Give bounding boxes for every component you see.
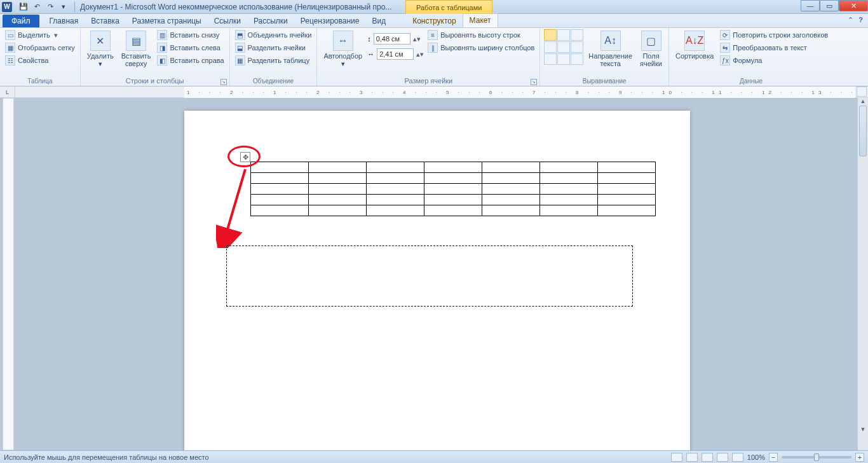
- align-top-left[interactable]: [544, 29, 557, 41]
- document-table[interactable]: [250, 162, 656, 216]
- table-cell[interactable]: [598, 184, 656, 195]
- table-cell[interactable]: [309, 173, 367, 184]
- cell-margins-button[interactable]: ▢ Поля ячейки: [637, 29, 665, 69]
- table-cell[interactable]: [540, 173, 598, 184]
- maximize-button[interactable]: ▭: [820, 0, 839, 11]
- repeat-header-button[interactable]: ⟳Повторить строки заголовков: [719, 29, 829, 41]
- close-button[interactable]: ✕: [839, 0, 868, 11]
- file-tab[interactable]: Файл: [3, 15, 39, 27]
- zoom-slider[interactable]: [782, 456, 851, 459]
- scroll-down-icon[interactable]: ▼: [858, 426, 868, 435]
- table-cell[interactable]: [309, 184, 367, 195]
- split-cells-button[interactable]: ⬓Разделить ячейки: [234, 42, 313, 53]
- table-cell[interactable]: [424, 162, 482, 173]
- table-cell[interactable]: [367, 195, 424, 205]
- document-page[interactable]: ✥: [184, 111, 690, 450]
- delete-button[interactable]: ✕ Удалить▾: [85, 29, 116, 69]
- insert-above-button[interactable]: ▤ Вставить сверху: [119, 29, 154, 69]
- redo-icon[interactable]: ↷: [44, 1, 56, 13]
- tab-home[interactable]: Главная: [43, 15, 85, 27]
- help-icon[interactable]: ?: [858, 16, 863, 24]
- tab-insert[interactable]: Вставка: [85, 15, 126, 27]
- zoom-slider-knob[interactable]: [814, 453, 819, 461]
- undo-icon[interactable]: ↶: [31, 1, 43, 13]
- convert-to-text-button[interactable]: ⇆Преобразовать в текст: [719, 42, 829, 53]
- formula-button[interactable]: ƒxФормула: [719, 55, 829, 66]
- table-cell[interactable]: [482, 205, 540, 216]
- align-bot-center[interactable]: [557, 53, 570, 65]
- save-icon[interactable]: 💾: [18, 1, 29, 13]
- table-cell[interactable]: [251, 184, 309, 195]
- table-cell[interactable]: [540, 162, 598, 173]
- table-cell[interactable]: [598, 195, 656, 205]
- vertical-scrollbar[interactable]: ▲ ▼: [857, 98, 868, 450]
- align-bot-right[interactable]: [571, 53, 583, 65]
- insert-below-button[interactable]: ▥Вставить снизу: [156, 29, 225, 41]
- view-draft-icon[interactable]: [732, 453, 743, 462]
- table-cell[interactable]: [598, 173, 656, 184]
- zoom-percent[interactable]: 100%: [747, 453, 765, 461]
- autofit-button[interactable]: ↔ Автоподбор▾: [321, 29, 365, 69]
- distribute-rows-button[interactable]: ≡Выровнять высоту строк: [426, 29, 536, 41]
- minimize-ribbon-icon[interactable]: ⌃: [848, 16, 853, 24]
- table-cell[interactable]: [540, 195, 598, 205]
- view-outline-icon[interactable]: [717, 453, 728, 462]
- tab-page-layout[interactable]: Разметка страницы: [126, 15, 208, 27]
- text-direction-button[interactable]: A↕ Направление текста: [586, 29, 635, 69]
- zoom-out-button[interactable]: −: [769, 453, 778, 462]
- zoom-in-button[interactable]: +: [855, 453, 864, 462]
- properties-button[interactable]: ☷Свойства: [4, 55, 76, 66]
- table-cell[interactable]: [367, 205, 424, 216]
- view-gridlines-button[interactable]: ▦Отобразить сетку: [4, 42, 76, 53]
- table-cell[interactable]: [251, 195, 309, 205]
- tab-view[interactable]: Вид: [365, 15, 392, 27]
- table-cell[interactable]: [540, 205, 598, 216]
- distribute-cols-button[interactable]: ∥Выровнять ширину столбцов: [426, 42, 536, 53]
- table-cell[interactable]: [251, 162, 309, 173]
- dialog-launcher-icon[interactable]: ↘: [220, 79, 227, 85]
- table-cell[interactable]: [367, 162, 424, 173]
- minimize-button[interactable]: —: [801, 0, 820, 11]
- align-top-center[interactable]: [557, 29, 570, 41]
- tab-layout[interactable]: Макет: [463, 13, 498, 27]
- tab-references[interactable]: Ссылки: [208, 15, 247, 27]
- table-cell[interactable]: [251, 173, 309, 184]
- row-height-input[interactable]: [374, 33, 410, 45]
- align-top-right[interactable]: [571, 29, 583, 41]
- align-mid-left[interactable]: [544, 41, 557, 53]
- table-cell[interactable]: [424, 205, 482, 216]
- align-mid-right[interactable]: [571, 41, 583, 53]
- spinner-icon[interactable]: ▴▾: [413, 35, 421, 43]
- align-mid-center[interactable]: [557, 41, 570, 53]
- table-cell[interactable]: [540, 184, 598, 195]
- select-button[interactable]: ▭Выделить▾: [4, 29, 76, 41]
- table-cell[interactable]: [482, 184, 540, 195]
- insert-left-button[interactable]: ◨Вставить слева: [156, 42, 225, 53]
- table-cell[interactable]: [424, 195, 482, 205]
- table-cell[interactable]: [482, 162, 540, 173]
- qat-customize-icon[interactable]: ▾: [58, 1, 69, 13]
- sort-button[interactable]: A↓Z Сортировка: [673, 29, 716, 61]
- insert-right-button[interactable]: ◧Вставить справа: [156, 55, 225, 66]
- merge-cells-button[interactable]: ⬒Объединить ячейки: [234, 29, 313, 41]
- tab-review[interactable]: Рецензирование: [294, 15, 366, 27]
- dialog-launcher-icon[interactable]: ↘: [531, 79, 537, 85]
- table-cell[interactable]: [424, 173, 482, 184]
- horizontal-ruler[interactable]: 1 · · · 2 · · · 1 · · · 2 · · · 3 · · · …: [184, 86, 855, 98]
- table-cell[interactable]: [309, 162, 367, 173]
- table-cell[interactable]: [309, 195, 367, 205]
- tab-selector[interactable]: L: [0, 86, 15, 98]
- table-cell[interactable]: [482, 173, 540, 184]
- table-cell[interactable]: [482, 195, 540, 205]
- col-width-input[interactable]: [377, 48, 414, 60]
- split-table-button[interactable]: ▦Разделить таблицу: [234, 55, 313, 66]
- table-cell[interactable]: [598, 205, 656, 216]
- table-cell[interactable]: [598, 162, 656, 173]
- vertical-ruler[interactable]: [3, 98, 14, 450]
- view-print-layout-icon[interactable]: [671, 453, 682, 462]
- view-full-screen-icon[interactable]: [686, 453, 698, 462]
- table-cell[interactable]: [367, 184, 424, 195]
- align-bot-left[interactable]: [544, 53, 557, 65]
- scrollbar-thumb[interactable]: [859, 106, 867, 156]
- table-cell[interactable]: [309, 205, 367, 216]
